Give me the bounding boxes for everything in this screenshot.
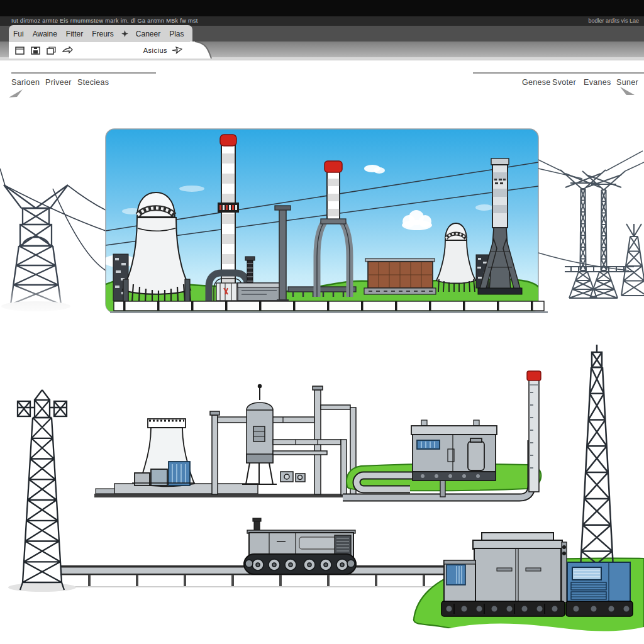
top-panel [103,129,548,313]
power-plant-illustration [0,0,644,644]
transmission-tower-bottom-left [8,390,76,592]
middle-diagram [94,371,541,497]
generator-unit-blue [566,562,633,616]
transmission-tower-left [0,169,106,316]
turbine-building [441,533,567,616]
crawler-vehicle [244,518,356,574]
cooling-tower-diagram [132,419,195,487]
browser-window: Iut dirtmoz armte Eis rmummstew mark im.… [0,0,644,644]
plant-building-diagram [411,420,497,480]
boundary-wall [110,301,548,313]
reactor-piping [210,385,356,496]
transmission-towers-right [538,151,644,298]
chimney-diagram [527,371,541,492]
brick-heat-exchanger [364,258,436,294]
